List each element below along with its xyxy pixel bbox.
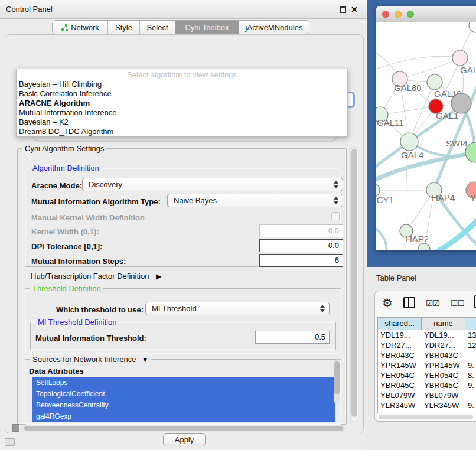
algorithm-popup-item[interactable]: ARACNE Algorithm — [17, 99, 347, 108]
table-cell: YDL19... — [378, 330, 422, 340]
algorithm-popup-item[interactable]: Mutual Information Inference — [17, 108, 347, 118]
tab-style[interactable]: Style — [108, 21, 140, 34]
dock-panel-icon[interactable] — [5, 438, 15, 446]
close-icon[interactable]: ✕ — [351, 4, 358, 15]
table-row[interactable]: YDR27...YDR27...12 — [378, 340, 476, 350]
combo-value: MI Threshold — [152, 304, 197, 313]
threshold-definition-group: Threshold Definition Which threshold to … — [25, 288, 341, 354]
data-attribute-item[interactable]: TopologicalCoefficient — [32, 389, 335, 400]
table-row[interactable]: YBR043CYBR043C — [378, 350, 476, 360]
network-node[interactable] — [469, 22, 476, 32]
which-threshold-combo[interactable]: MI Threshold — [145, 302, 330, 315]
table-cell: 12 — [465, 340, 476, 350]
table-row[interactable]: YLR345WYLR345W9. — [378, 400, 476, 410]
node-label: GCY1 — [376, 195, 394, 205]
table-cell: YER054C — [378, 370, 422, 380]
scrollbar-thumb[interactable] — [379, 415, 473, 419]
table-cell: YPR145W — [422, 360, 465, 370]
algorithm-popup-item[interactable]: Bayesian – Hill Climbing — [17, 80, 347, 89]
table-cell: YPR145W — [378, 360, 422, 370]
network-node-gal10[interactable] — [427, 74, 442, 90]
group-title: Cyni Algorithm Settings — [22, 144, 106, 153]
hub-definition-expander[interactable]: Hub/Transcription Factor Definition ▶ — [31, 272, 161, 281]
tab-cyni-toolbox[interactable]: Cyni Toolbox — [175, 21, 239, 34]
table-cell: 9. — [465, 360, 476, 370]
float-window-icon[interactable] — [340, 6, 346, 13]
table-column-header[interactable]: name — [422, 318, 465, 330]
group-title: Threshold Definition — [30, 284, 103, 293]
scrollbar-thumb[interactable] — [334, 361, 340, 394]
scrollbar-thumb[interactable] — [351, 149, 357, 417]
table-cell: YBL079W — [378, 390, 422, 400]
deselect-all-columns-icon[interactable]: ☐☐ — [451, 298, 464, 308]
tab-select[interactable]: Select — [140, 21, 175, 34]
tab-jactivemnodules[interactable]: jActiveMNodules — [239, 21, 309, 34]
algorithm-popup-item[interactable]: Dream8 DC_TDC Algorithm — [17, 127, 347, 136]
tab-label: Select — [146, 23, 168, 32]
algorithm-popup-item[interactable]: Basic Correlation Inference — [17, 89, 347, 99]
apply-button[interactable]: Apply — [163, 433, 206, 446]
mi-threshold-field[interactable]: 0.5 — [255, 331, 330, 344]
mi-steps-label: Mutual Information Steps: — [31, 257, 126, 266]
data-attributes-list: SelfLoopsTopologicalCoefficientBetweenne… — [32, 377, 335, 423]
mi-steps-field[interactable]: 6 — [259, 254, 343, 267]
minimize-traffic-light-icon[interactable] — [395, 11, 402, 18]
hub-definition-label: Hub/Transcription Factor Definition — [31, 272, 149, 281]
settings-vertical-scrollbar[interactable] — [350, 147, 358, 422]
table-row[interactable]: YDL19...YDL19...13 — [378, 330, 476, 340]
table-cell: 13 — [465, 330, 476, 340]
select-all-columns-icon[interactable]: ☑☑ — [426, 298, 439, 308]
table-row[interactable]: YBL079WYBL079W — [378, 390, 476, 400]
settings-horizontal-scrollbar[interactable] — [19, 425, 348, 432]
table-cell: 9. — [465, 400, 476, 410]
data-attribute-item[interactable]: SelfLoops — [32, 377, 335, 389]
network-node[interactable] — [418, 243, 430, 250]
show-columns-icon[interactable] — [403, 297, 415, 308]
network-canvas[interactable]: GALGAL80GAL10GAL1GAL11GAL4SWI4GCY1HAP4YH… — [376, 22, 476, 250]
data-attribute-item[interactable]: BetweennessCentrality — [32, 400, 335, 411]
group-title: Algorithm Definition — [30, 164, 102, 172]
node-attribute-table[interactable]: shared...name YDL19...YDL19...13YDR27...… — [377, 317, 476, 415]
kernel-width-field[interactable]: 0.0 — [259, 224, 343, 237]
node-label: HAP4 — [432, 193, 455, 203]
which-threshold-label: Which threshold to use: — [56, 305, 144, 314]
table-row[interactable]: YER054CYER054C8. — [378, 370, 476, 380]
kernel-width-label: Kernel Width (0,1): — [31, 227, 99, 236]
data-attributes-label: Data Attributes — [29, 367, 84, 376]
table-horizontal-scrollbar[interactable] — [377, 413, 476, 420]
node-label: GAL — [460, 65, 476, 75]
table-row[interactable]: YPR145WYPR145W9. — [378, 360, 476, 370]
data-attribute-item[interactable]: gal4RGexp — [32, 411, 335, 422]
node-label: GAL11 — [377, 118, 404, 128]
manual-kernel-checkbox[interactable] — [331, 212, 340, 220]
sources-expander[interactable]: Sources for Network Inference ▼ — [30, 355, 151, 364]
tab-label: jActiveMNodules — [246, 23, 303, 32]
table-cell: YBR045C — [378, 380, 422, 390]
sources-title: Sources for Network Inference — [32, 355, 136, 364]
table-column-header[interactable]: shared... — [378, 318, 422, 330]
node-label: SWI4 — [446, 138, 468, 148]
algorithm-popup-item[interactable]: Bayesian – K2 — [17, 118, 347, 127]
mi-threshold-definition-group: MI Threshold Definition Mutual Informati… — [30, 322, 336, 350]
zoom-traffic-light-icon[interactable] — [407, 11, 414, 18]
table-cell: YLR345W — [422, 400, 465, 410]
tab-network[interactable]: Network — [53, 21, 108, 34]
aracne-mode-label: Aracne Mode: — [31, 181, 82, 190]
cyni-algorithm-settings-group: Cyni Algorithm Settings Algorithm Defini… — [17, 148, 347, 425]
table-body: YDL19...YDL19...13YDR27...YDR27...12YBR0… — [378, 330, 476, 415]
mi-algorithm-type-combo[interactable]: Naive Bayes — [167, 194, 343, 207]
table-cell — [465, 350, 476, 360]
aracne-mode-combo[interactable]: Discovery — [82, 178, 343, 191]
table-column-header[interactable] — [465, 318, 476, 330]
attributes-scrollbar[interactable] — [334, 360, 340, 403]
table-row[interactable]: YBR045CYBR045C9. — [378, 380, 476, 390]
mi-threshold-label: Mutual Information Threshold: — [35, 334, 146, 343]
close-traffic-light-icon[interactable] — [382, 11, 389, 18]
scrollbar-thumb[interactable] — [24, 426, 343, 431]
network-node-gal[interactable] — [452, 50, 468, 66]
right-region: GALGAL80GAL10GAL1GAL11GAL4SWI4GCY1HAP4YH… — [367, 0, 476, 450]
settings-gear-icon[interactable]: ⚙ — [382, 296, 393, 310]
cyni-toolbox-panel: gal-filtered sif default node Select alg… — [5, 34, 364, 433]
dpi-tolerance-field[interactable]: 0.0 — [259, 239, 343, 252]
network-node-gal4[interactable] — [400, 133, 418, 151]
